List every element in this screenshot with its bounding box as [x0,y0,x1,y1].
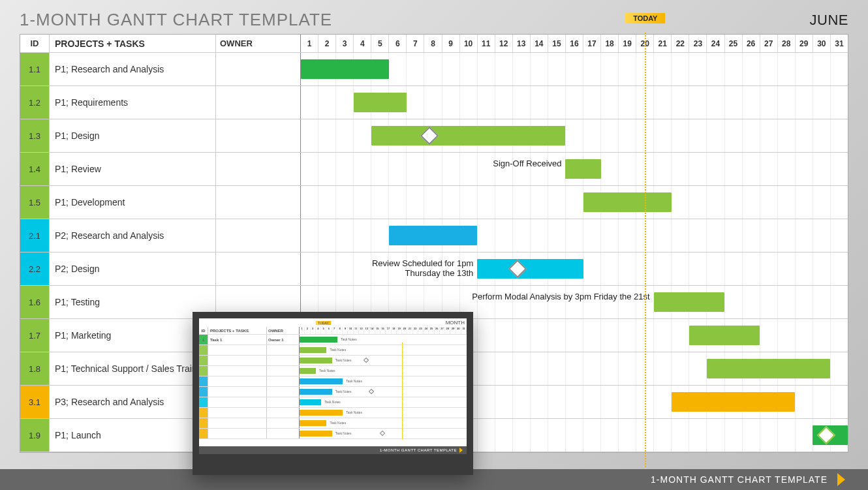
day-header: 6 [389,35,407,52]
day-header: 21 [654,35,672,52]
preview-inner: TODAY MONTH ID PROJECTS + TASKS OWNER 12… [199,318,467,454]
day-header: 17 [583,35,601,52]
task-note: Sign-Off Received [493,159,561,169]
day-header: 3 [336,35,354,52]
preview-bar [300,378,343,384]
task-owner [216,186,301,219]
footer-text: 1-MONTH GANTT CHART TEMPLATE [651,474,828,485]
day-header: 29 [796,35,813,52]
day-header: 26 [743,35,760,52]
preview-footer: 1-MONTH GANTT CHART TEMPLATE [199,446,467,454]
day-header: 30 [813,35,831,52]
task-bar[interactable] [654,292,724,312]
page-title: 1-MONTH GANTT CHART TEMPLATE [20,10,332,30]
task-owner [216,53,301,85]
task-row: 2.2P2; DesignReview Scheduled for 1pm Th… [20,253,848,286]
task-note: Perform Modal Analysis by 3pm Friday the… [472,292,649,302]
task-id: 3.1 [20,386,50,418]
task-id: 1.6 [20,286,50,318]
day-header: 18 [601,35,619,52]
task-days [301,186,848,219]
day-header: 2 [318,35,336,52]
col-owner: OWNER [216,35,301,52]
today-label: TODAY [633,14,657,22]
task-bar[interactable] [301,59,389,79]
task-bar[interactable] [672,392,795,412]
task-row: 1.2P1; Requirements [20,86,848,119]
day-header: 8 [424,35,442,52]
task-name: P3; Research and Analysis [50,386,216,418]
task-owner [216,253,301,285]
task-name: P1; Technical Support / Sales Training [50,352,216,385]
preview-row: 1 Task 1 Owner 1 Task Notes [199,335,467,345]
day-header: 23 [689,35,707,52]
preview-head: TODAY MONTH [199,318,467,327]
task-bar[interactable] [371,126,565,145]
task-owner [216,153,301,185]
preview-bar [300,399,321,405]
preview-month: MONTH [446,320,465,326]
day-header: 24 [707,35,724,52]
today-line [645,33,646,467]
preview-bar [300,358,332,363]
day-header: 14 [531,35,548,52]
task-days [301,219,848,252]
day-header: 15 [548,35,566,52]
today-badge: TODAY [625,13,665,23]
day-header: 25 [725,35,743,52]
task-owner [216,86,301,119]
task-name: P1; Testing [50,286,216,318]
task-id: 1.8 [20,352,50,385]
title-bar: 1-MONTH GANTT CHART TEMPLATE JUNE [20,10,848,30]
task-name: P1; Requirements [50,86,216,119]
task-bar[interactable] [565,159,600,179]
task-row: 1.1P1; Research and Analysis [20,53,848,86]
task-bar[interactable] [389,226,477,245]
task-days: Sign-Off Received [301,153,848,185]
task-id: 2.2 [20,253,50,285]
task-bar[interactable] [583,192,672,212]
preview-row: Task Notes [199,408,467,418]
preview-header: ID PROJECTS + TASKS OWNER 12345678910111… [199,327,467,335]
day-header: 13 [513,35,531,52]
preview-row: Task Notes [199,418,467,429]
task-days [301,119,848,152]
task-owner [216,119,301,152]
task-name: P2; Research and Analysis [50,219,216,252]
task-id: 1.3 [20,119,50,152]
chevron-icon [837,473,845,486]
day-header: 11 [478,35,495,52]
day-header: 22 [672,35,689,52]
day-header: 16 [566,35,583,52]
task-id: 1.1 [20,53,50,85]
task-note: Review Scheduled for 1pm Thursday the 13… [372,259,473,279]
task-name: P1; Design [50,119,216,152]
preview-bar [300,420,326,426]
task-name: P2; Design [50,253,216,285]
task-bar[interactable] [477,259,583,279]
thumbnail-preview: TODAY MONTH ID PROJECTS + TASKS OWNER 12… [193,312,473,475]
preview-bar [300,431,332,436]
task-days [301,53,848,85]
col-days: 1234567891011121314151617181920212223242… [301,35,848,52]
day-header: 5 [371,35,389,52]
task-days: Review Scheduled for 1pm Thursday the 13… [301,253,848,285]
task-name: P1; Marketing [50,319,216,352]
month-label: JUNE [810,12,848,29]
preview-bar [300,337,337,343]
task-id: 1.5 [20,186,50,219]
day-header: 1 [301,35,318,52]
task-name: P1; Launch [50,419,216,452]
day-header: 9 [442,35,460,52]
task-bar[interactable] [707,359,830,378]
day-header: 4 [354,35,371,52]
day-header: 27 [760,35,778,52]
day-header: 19 [619,35,636,52]
task-name: P1; Review [50,153,216,185]
preview-bar [300,389,332,395]
col-task: PROJECTS + TASKS [50,35,216,52]
preview-bar [300,410,343,416]
task-bar[interactable] [354,93,407,112]
task-row: 2.1P2; Research and Analysis [20,219,848,253]
task-bar[interactable] [689,326,760,345]
